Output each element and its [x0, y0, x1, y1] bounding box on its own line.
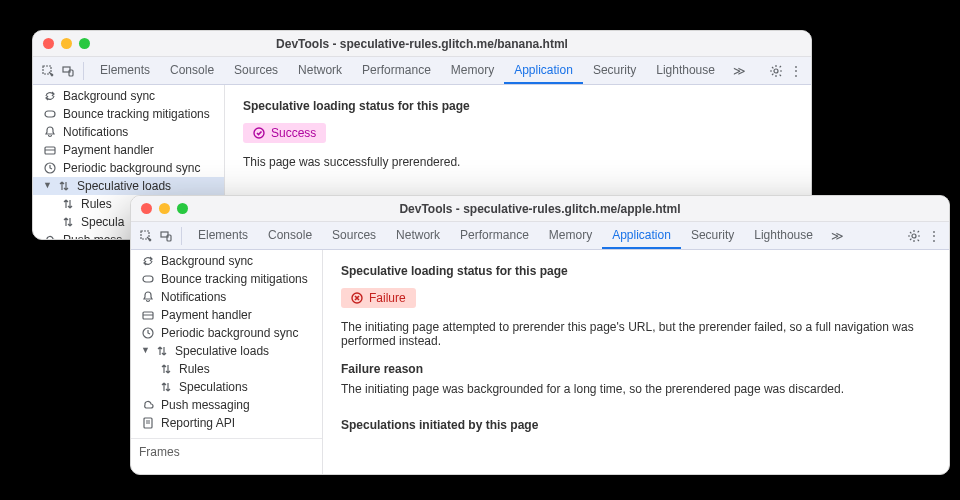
- settings-gear-icon[interactable]: [905, 227, 923, 245]
- kebab-menu-icon[interactable]: ⋮: [925, 227, 943, 245]
- bell-icon: [141, 290, 155, 304]
- minimize-window-button[interactable]: [159, 203, 170, 214]
- status-heading: Speculative loading status for this page: [341, 264, 931, 278]
- sidebar-item-notifications[interactable]: Notifications: [131, 288, 322, 306]
- sidebar-item-speculative-loads[interactable]: ▼Speculative loads: [131, 342, 322, 360]
- tab-elements[interactable]: Elements: [90, 57, 160, 84]
- sidebar-item-label: Periodic background sync: [161, 326, 298, 340]
- speculations-heading: Speculations initiated by this page: [341, 418, 931, 432]
- tab-lighthouse[interactable]: Lighthouse: [744, 222, 823, 249]
- updown-icon: [57, 179, 71, 193]
- status-label: Failure: [369, 291, 406, 305]
- sidebar-item-label: Background sync: [161, 254, 253, 268]
- tab-memory[interactable]: Memory: [441, 57, 504, 84]
- tab-console[interactable]: Console: [258, 222, 322, 249]
- window-title: DevTools - speculative-rules.glitch.me/b…: [33, 37, 811, 51]
- disclosure-triangle-icon[interactable]: ▼: [43, 180, 51, 190]
- sidebar-item-push-messaging[interactable]: Push messaging: [131, 396, 322, 414]
- inspect-icon[interactable]: [137, 227, 155, 245]
- sidebar-item-bounce-tracking[interactable]: Bounce tracking mitigations: [131, 270, 322, 288]
- disclosure-triangle-icon[interactable]: ▼: [141, 345, 149, 355]
- tab-memory[interactable]: Memory: [539, 222, 602, 249]
- sidebar-item-payment-handler[interactable]: Payment handler: [33, 141, 224, 159]
- tab-network[interactable]: Network: [386, 222, 450, 249]
- titlebar[interactable]: DevTools - speculative-rules.glitch.me/a…: [131, 196, 949, 222]
- cross-circle-icon: [351, 292, 363, 304]
- updown-icon: [155, 344, 169, 358]
- tab-security[interactable]: Security: [681, 222, 744, 249]
- sidebar-item-payment-handler[interactable]: Payment handler: [131, 306, 322, 324]
- check-circle-icon: [253, 127, 265, 139]
- sidebar-item-label: Rules: [81, 197, 112, 211]
- toolbar-separator: [83, 62, 84, 80]
- tab-security[interactable]: Security: [583, 57, 646, 84]
- tab-network[interactable]: Network: [288, 57, 352, 84]
- updown-icon: [61, 197, 75, 211]
- sidebar-item-label: Specula: [81, 215, 124, 229]
- traffic-lights: [43, 38, 90, 49]
- sidebar-item-label: Background sync: [63, 89, 155, 103]
- panel-tabs: Elements Console Sources Network Perform…: [188, 222, 823, 249]
- tab-sources[interactable]: Sources: [322, 222, 386, 249]
- sidebar-item-rules[interactable]: Rules: [131, 360, 322, 378]
- tab-performance[interactable]: Performance: [352, 57, 441, 84]
- sidebar-item-label: Speculative loads: [77, 179, 171, 193]
- minimize-window-button[interactable]: [61, 38, 72, 49]
- sidebar-item-background-sync[interactable]: Background sync: [33, 87, 224, 105]
- cloud-icon: [141, 398, 155, 412]
- tab-console[interactable]: Console: [160, 57, 224, 84]
- sidebar-item-label: Speculations: [179, 380, 248, 394]
- status-pill-failure: Failure: [341, 288, 416, 308]
- sidebar-item-reporting-api[interactable]: Reporting API: [131, 414, 322, 432]
- sidebar-item-label: Reporting API: [161, 416, 235, 430]
- toolbar-separator: [181, 227, 182, 245]
- tab-lighthouse[interactable]: Lighthouse: [646, 57, 725, 84]
- devtools-toolbar: Elements Console Sources Network Perform…: [131, 222, 949, 250]
- kebab-menu-icon[interactable]: ⋮: [787, 62, 805, 80]
- window-title: DevTools - speculative-rules.glitch.me/a…: [131, 202, 949, 216]
- zoom-window-button[interactable]: [79, 38, 90, 49]
- close-window-button[interactable]: [43, 38, 54, 49]
- sidebar-item-periodic-sync[interactable]: Periodic background sync: [33, 159, 224, 177]
- sidebar-item-label: Notifications: [161, 290, 226, 304]
- devtools-toolbar: Elements Console Sources Network Perform…: [33, 57, 811, 85]
- sidebar-item-background-sync[interactable]: Background sync: [131, 252, 322, 270]
- sidebar-item-notifications[interactable]: Notifications: [33, 123, 224, 141]
- sidebar-item-speculations[interactable]: Speculations: [131, 378, 322, 396]
- application-sidebar: Background sync Bounce tracking mitigati…: [131, 250, 323, 474]
- sidebar-item-label: Speculative loads: [175, 344, 269, 358]
- more-tabs-icon[interactable]: ≫: [825, 229, 850, 243]
- device-toggle-icon[interactable]: [157, 227, 175, 245]
- sidebar-item-speculative-loads[interactable]: ▼Speculative loads: [33, 177, 224, 195]
- failure-reason-heading: Failure reason: [341, 362, 931, 376]
- traffic-lights: [141, 203, 188, 214]
- tab-performance[interactable]: Performance: [450, 222, 539, 249]
- settings-gear-icon[interactable]: [767, 62, 785, 80]
- tab-elements[interactable]: Elements: [188, 222, 258, 249]
- more-tabs-icon[interactable]: ≫: [727, 64, 752, 78]
- bounce-icon: [141, 272, 155, 286]
- clock-icon: [43, 161, 57, 175]
- sidebar-item-label: Periodic background sync: [63, 161, 200, 175]
- sidebar-item-bounce-tracking[interactable]: Bounce tracking mitigations: [33, 105, 224, 123]
- bounce-icon: [43, 107, 57, 121]
- tab-application[interactable]: Application: [504, 57, 583, 84]
- sidebar-item-label: Bounce tracking mitigations: [161, 272, 308, 286]
- tab-application[interactable]: Application: [602, 222, 681, 249]
- sidebar-item-label: Push mess: [63, 233, 122, 239]
- sidebar-item-periodic-sync[interactable]: Periodic background sync: [131, 324, 322, 342]
- panel-tabs: Elements Console Sources Network Perform…: [90, 57, 725, 84]
- sidebar-item-label: Notifications: [63, 125, 128, 139]
- failure-reason-text: The initiating page was backgrounded for…: [341, 382, 931, 396]
- clock-icon: [141, 326, 155, 340]
- tab-sources[interactable]: Sources: [224, 57, 288, 84]
- sidebar-item-label: Payment handler: [63, 143, 154, 157]
- device-toggle-icon[interactable]: [59, 62, 77, 80]
- sidebar-section-frames[interactable]: Frames: [131, 438, 322, 461]
- close-window-button[interactable]: [141, 203, 152, 214]
- titlebar[interactable]: DevTools - speculative-rules.glitch.me/b…: [33, 31, 811, 57]
- status-label: Success: [271, 126, 316, 140]
- zoom-window-button[interactable]: [177, 203, 188, 214]
- content-pane: Speculative loading status for this page…: [323, 250, 949, 474]
- inspect-icon[interactable]: [39, 62, 57, 80]
